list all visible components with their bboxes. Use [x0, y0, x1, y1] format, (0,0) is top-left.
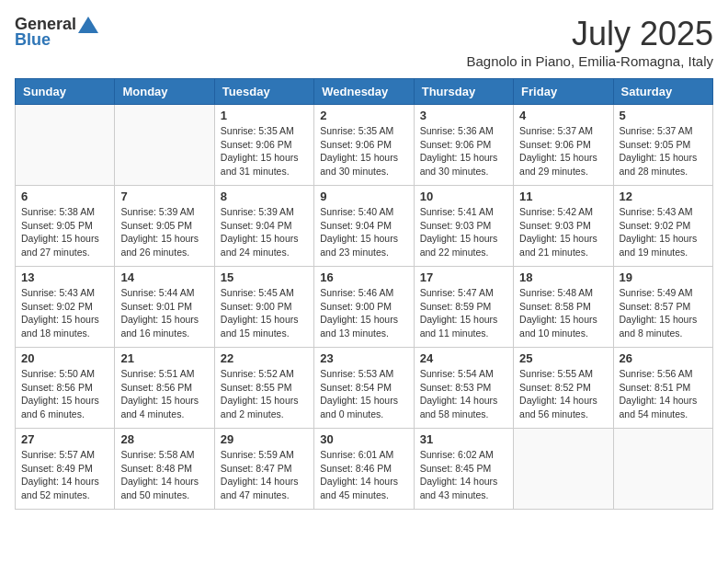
day-number: 26 — [620, 351, 707, 365]
day-info: Sunrise: 5:54 AMSunset: 8:53 PMDaylight:… — [420, 367, 507, 421]
day-number: 21 — [120, 351, 208, 365]
day-info: Sunrise: 5:49 AMSunset: 8:57 PMDaylight:… — [620, 286, 707, 340]
calendar-cell: 5Sunrise: 5:37 AMSunset: 9:05 PMDaylight… — [613, 105, 712, 186]
header-sunday: Sunday — [16, 79, 115, 105]
calendar-cell: 24Sunrise: 5:54 AMSunset: 8:53 PMDayligh… — [414, 348, 513, 429]
day-number: 7 — [120, 190, 208, 203]
day-info: Sunrise: 5:35 AMSunset: 9:06 PMDaylight:… — [320, 124, 407, 178]
day-number: 28 — [120, 432, 208, 446]
day-info: Sunrise: 5:58 AMSunset: 8:48 PMDaylight:… — [120, 448, 208, 502]
calendar-cell: 9Sunrise: 5:40 AMSunset: 9:04 PMDaylight… — [314, 186, 414, 267]
day-info: Sunrise: 5:41 AMSunset: 9:03 PMDaylight:… — [420, 205, 507, 259]
day-number: 23 — [320, 351, 407, 365]
day-info: Sunrise: 5:53 AMSunset: 8:54 PMDaylight:… — [320, 367, 407, 421]
calendar-cell: 20Sunrise: 5:50 AMSunset: 8:56 PMDayligh… — [16, 348, 115, 429]
week-row-2: 13Sunrise: 5:43 AMSunset: 9:02 PMDayligh… — [16, 267, 713, 348]
day-number: 27 — [21, 432, 108, 446]
day-number: 6 — [21, 190, 108, 203]
calendar-cell: 27Sunrise: 5:57 AMSunset: 8:49 PMDayligh… — [16, 429, 115, 510]
day-number: 24 — [420, 351, 507, 365]
calendar-cell: 18Sunrise: 5:48 AMSunset: 8:58 PMDayligh… — [514, 267, 613, 348]
calendar-cell: 29Sunrise: 5:59 AMSunset: 8:47 PMDayligh… — [214, 429, 313, 510]
calendar-cell: 10Sunrise: 5:41 AMSunset: 9:03 PMDayligh… — [414, 186, 513, 267]
calendar-cell: 28Sunrise: 5:58 AMSunset: 8:48 PMDayligh… — [115, 429, 214, 510]
day-info: Sunrise: 5:37 AMSunset: 9:06 PMDaylight:… — [519, 124, 607, 178]
day-number: 15 — [221, 270, 308, 284]
week-row-3: 20Sunrise: 5:50 AMSunset: 8:56 PMDayligh… — [16, 348, 713, 429]
day-info: Sunrise: 5:36 AMSunset: 9:06 PMDaylight:… — [420, 124, 507, 178]
calendar-cell — [613, 429, 712, 510]
day-number: 12 — [620, 190, 707, 203]
day-number: 11 — [519, 190, 607, 203]
day-info: Sunrise: 5:37 AMSunset: 9:05 PMDaylight:… — [620, 124, 707, 178]
logo-blue: Blue — [15, 30, 51, 50]
header-monday: Monday — [115, 79, 214, 105]
calendar: SundayMondayTuesdayWednesdayThursdayFrid… — [15, 78, 713, 510]
day-number: 16 — [320, 270, 407, 284]
day-number: 14 — [120, 270, 208, 284]
day-number: 29 — [221, 432, 308, 446]
day-info: Sunrise: 6:01 AMSunset: 8:46 PMDaylight:… — [320, 448, 407, 502]
calendar-cell: 16Sunrise: 5:46 AMSunset: 9:00 PMDayligh… — [314, 267, 414, 348]
title-section: July 2025 Bagnolo in Piano, Emilia-Romag… — [467, 15, 713, 69]
calendar-cell: 4Sunrise: 5:37 AMSunset: 9:06 PMDaylight… — [514, 105, 613, 186]
day-number: 1 — [221, 109, 308, 122]
day-number: 31 — [420, 432, 507, 446]
day-number: 22 — [221, 351, 308, 365]
day-info: Sunrise: 5:52 AMSunset: 8:55 PMDaylight:… — [221, 367, 308, 421]
calendar-cell: 19Sunrise: 5:49 AMSunset: 8:57 PMDayligh… — [613, 267, 712, 348]
day-number: 9 — [320, 190, 407, 203]
calendar-cell: 13Sunrise: 5:43 AMSunset: 9:02 PMDayligh… — [16, 267, 115, 348]
calendar-cell: 11Sunrise: 5:42 AMSunset: 9:03 PMDayligh… — [514, 186, 613, 267]
month-title: July 2025 — [467, 15, 713, 53]
day-info: Sunrise: 5:44 AMSunset: 9:01 PMDaylight:… — [120, 286, 208, 340]
day-info: Sunrise: 5:59 AMSunset: 8:47 PMDaylight:… — [221, 448, 308, 502]
header-thursday: Thursday — [414, 79, 513, 105]
calendar-cell: 12Sunrise: 5:43 AMSunset: 9:02 PMDayligh… — [613, 186, 712, 267]
day-info: Sunrise: 5:46 AMSunset: 9:00 PMDaylight:… — [320, 286, 407, 340]
logo-icon — [78, 17, 98, 33]
calendar-cell: 15Sunrise: 5:45 AMSunset: 9:00 PMDayligh… — [214, 267, 313, 348]
day-number: 2 — [320, 109, 407, 122]
day-number: 18 — [519, 270, 607, 284]
day-info: Sunrise: 5:43 AMSunset: 9:02 PMDaylight:… — [620, 205, 707, 259]
location-title: Bagnolo in Piano, Emilia-Romagna, Italy — [467, 53, 713, 69]
header: General Blue July 2025 Bagnolo in Piano,… — [15, 15, 713, 69]
calendar-cell: 8Sunrise: 5:39 AMSunset: 9:04 PMDaylight… — [214, 186, 313, 267]
day-info: Sunrise: 5:47 AMSunset: 8:59 PMDaylight:… — [420, 286, 507, 340]
day-number: 4 — [519, 109, 607, 122]
day-number: 13 — [21, 270, 108, 284]
day-info: Sunrise: 5:57 AMSunset: 8:49 PMDaylight:… — [21, 448, 108, 502]
day-info: Sunrise: 5:35 AMSunset: 9:06 PMDaylight:… — [221, 124, 308, 178]
calendar-cell: 21Sunrise: 5:51 AMSunset: 8:56 PMDayligh… — [115, 348, 214, 429]
day-number: 3 — [420, 109, 507, 122]
calendar-cell — [115, 105, 214, 186]
week-row-4: 27Sunrise: 5:57 AMSunset: 8:49 PMDayligh… — [16, 429, 713, 510]
day-info: Sunrise: 5:39 AMSunset: 9:04 PMDaylight:… — [221, 205, 308, 259]
calendar-cell: 30Sunrise: 6:01 AMSunset: 8:46 PMDayligh… — [314, 429, 414, 510]
day-number: 8 — [221, 190, 308, 203]
header-wednesday: Wednesday — [314, 79, 414, 105]
calendar-cell: 2Sunrise: 5:35 AMSunset: 9:06 PMDaylight… — [314, 105, 414, 186]
calendar-cell: 31Sunrise: 6:02 AMSunset: 8:45 PMDayligh… — [414, 429, 513, 510]
calendar-cell: 1Sunrise: 5:35 AMSunset: 9:06 PMDaylight… — [214, 105, 313, 186]
calendar-cell: 3Sunrise: 5:36 AMSunset: 9:06 PMDaylight… — [414, 105, 513, 186]
day-number: 20 — [21, 351, 108, 365]
day-info: Sunrise: 5:39 AMSunset: 9:05 PMDaylight:… — [120, 205, 208, 259]
day-info: Sunrise: 5:56 AMSunset: 8:51 PMDaylight:… — [620, 367, 707, 421]
day-info: Sunrise: 5:42 AMSunset: 9:03 PMDaylight:… — [519, 205, 607, 259]
day-number: 5 — [620, 109, 707, 122]
day-number: 30 — [320, 432, 407, 446]
day-info: Sunrise: 5:50 AMSunset: 8:56 PMDaylight:… — [21, 367, 108, 421]
day-number: 19 — [620, 270, 707, 284]
day-info: Sunrise: 5:38 AMSunset: 9:05 PMDaylight:… — [21, 205, 108, 259]
svg-marker-0 — [78, 17, 98, 33]
calendar-cell — [16, 105, 115, 186]
day-info: Sunrise: 5:48 AMSunset: 8:58 PMDaylight:… — [519, 286, 607, 340]
calendar-cell: 14Sunrise: 5:44 AMSunset: 9:01 PMDayligh… — [115, 267, 214, 348]
day-number: 25 — [519, 351, 607, 365]
day-number: 17 — [420, 270, 507, 284]
calendar-cell: 6Sunrise: 5:38 AMSunset: 9:05 PMDaylight… — [16, 186, 115, 267]
day-info: Sunrise: 5:45 AMSunset: 9:00 PMDaylight:… — [221, 286, 308, 340]
header-saturday: Saturday — [613, 79, 712, 105]
